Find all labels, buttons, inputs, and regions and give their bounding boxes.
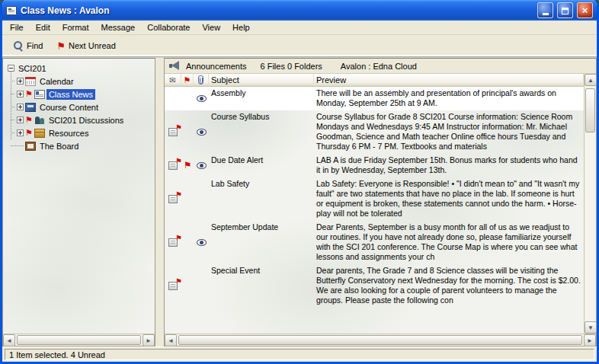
column-header-preview[interactable]: Preview (314, 74, 584, 86)
next-unread-flag-icon: ⚑ (56, 41, 66, 51)
tree-connector (11, 133, 15, 133)
minimize-button[interactable] (537, 2, 553, 18)
main-area: SCI201 Calendar ⚑ Class News (2, 57, 597, 346)
title-bar[interactable]: Class News : Avalon × (2, 0, 597, 21)
message-icon-cell (165, 222, 181, 262)
message-icon-cell (165, 88, 181, 108)
tree-item-label[interactable]: The Board (37, 141, 81, 152)
tree-item-label[interactable]: SCI201 Discussions (46, 115, 126, 126)
message-viewed-cell (194, 222, 209, 262)
column-header-subject[interactable]: Subject (209, 74, 314, 86)
scroll-left-button[interactable]: ◄ (3, 334, 15, 346)
conference-owner: Avalon : Edna Cloud (341, 62, 417, 71)
menu-item-edit[interactable]: Edit (30, 21, 56, 34)
menu-item-message[interactable]: Message (95, 21, 142, 34)
expand-icon[interactable] (17, 91, 24, 97)
expand-icon[interactable] (17, 129, 24, 136)
tree-item-class-news[interactable]: ⚑ Class News (5, 88, 153, 101)
message-icon (168, 238, 178, 247)
next-unread-button[interactable]: ⚑ Next Unread (52, 39, 120, 53)
list-horizontal-scrollbar[interactable]: ◄ ► (165, 334, 596, 346)
message-subject: Special Event (209, 266, 314, 276)
message-preview: LAB A is due Friday September 15th. Bonu… (314, 155, 584, 175)
message-icon-cell (165, 112, 181, 152)
find-button[interactable]: Find (8, 38, 47, 53)
message-row-course-syllabus[interactable]: Course Syllabus Course Syllabus for Grad… (165, 110, 584, 154)
news-icon (34, 90, 45, 99)
tree-item-label[interactable]: Resources (46, 128, 91, 139)
tree-item-the-board[interactable]: The Board (5, 139, 153, 152)
scrollbar-thumb[interactable] (585, 88, 595, 133)
menu-item-format[interactable]: Format (56, 21, 95, 34)
discussions-icon (34, 116, 45, 125)
menu-bar: File Edit Format Message Collaborate Vie… (2, 21, 597, 35)
message-preview: Dear parents, The Grade 7 and 8 Science … (314, 266, 584, 305)
scrollbar-thumb[interactable] (17, 335, 141, 345)
message-icon-cell (165, 179, 181, 219)
tree-item-label[interactable]: Calendar (37, 76, 76, 87)
scroll-right-button[interactable]: ► (143, 334, 155, 346)
expand-icon[interactable] (17, 104, 24, 110)
scroll-left-button[interactable]: ◄ (165, 334, 177, 346)
search-icon (13, 40, 24, 51)
close-button[interactable]: × (577, 2, 593, 18)
maximize-button[interactable] (557, 2, 573, 18)
message-preview: There will be an assembly and presentati… (314, 88, 584, 108)
scroll-down-button[interactable]: ▼ (585, 321, 597, 334)
tree-horizontal-scrollbar[interactable]: ◄ ► (3, 334, 155, 346)
scrollbar-thumb[interactable] (178, 335, 582, 345)
message-icon-cell (165, 155, 181, 175)
message-subject: Due Date Alert (209, 155, 314, 165)
column-header-flag[interactable]: ⚑ (181, 74, 194, 86)
message-row-due-date-alert[interactable]: ⚑ Due Date Alert LAB A is due Friday Sep… (165, 154, 584, 177)
collapse-icon[interactable] (8, 65, 14, 72)
message-rows: Assembly There will be an assembly and p… (165, 87, 584, 334)
app-icon (6, 6, 17, 15)
menu-item-collaborate[interactable]: Collaborate (141, 21, 196, 34)
message-row-lab-safety[interactable]: Lab Safety Lab Safety: Everyone is Respo… (165, 177, 584, 221)
message-row-special-event[interactable]: Special Event Dear parents, The Grade 7 … (165, 264, 584, 308)
scroll-up-button[interactable]: ▲ (585, 74, 597, 86)
board-icon (25, 142, 36, 151)
message-row-september-update[interactable]: September Update Dear Parents, September… (165, 221, 584, 264)
menu-item-file[interactable]: File (4, 21, 30, 34)
scroll-right-button[interactable]: ► (584, 334, 596, 346)
scrollbar-track[interactable] (15, 334, 143, 346)
message-flag-cell (181, 266, 194, 305)
menu-item-help[interactable]: Help (226, 21, 256, 34)
message-subject: Lab Safety (209, 179, 314, 189)
tree-item-sci201[interactable]: SCI201 (5, 62, 153, 75)
message-icon (168, 195, 178, 203)
tree-item-calendar[interactable]: Calendar (5, 75, 153, 88)
message-viewed-cell (194, 266, 209, 305)
message-preview: Lab Safety: Everyone is Responsible! • "… (314, 179, 584, 219)
pane-splitter[interactable] (155, 58, 164, 346)
tree-item-label[interactable]: Course Content (37, 102, 101, 113)
message-viewed-cell (194, 179, 209, 219)
tree-root-label[interactable]: SCI201 (16, 63, 49, 74)
tree-item-resources[interactable]: ⚑ Resources (5, 126, 153, 139)
expand-icon[interactable] (17, 117, 24, 123)
eye-icon (197, 239, 207, 246)
column-header-attachment[interactable] (194, 74, 209, 86)
expand-icon[interactable] (17, 78, 24, 85)
tree-item-course-content[interactable]: Course Content (5, 101, 153, 113)
message-row-assembly[interactable]: Assembly There will be an assembly and p… (165, 87, 584, 110)
tree-connector (11, 107, 15, 107)
column-header-item-icon[interactable]: ✉ (165, 74, 181, 86)
scrollbar-track[interactable] (585, 86, 596, 321)
menu-item-view[interactable]: View (196, 21, 226, 34)
message-viewed-cell (194, 155, 209, 175)
column-header-row: ✉ ⚑ Subject Preview (165, 74, 584, 87)
tree-item-label[interactable]: Class News (46, 89, 95, 100)
tree-item-sci201-discussions[interactable]: ⚑ SCI201 Discussions (5, 113, 153, 126)
eye-icon (197, 129, 207, 136)
message-flag-cell (181, 222, 194, 262)
announcements-icon (169, 61, 181, 71)
scrollbar-track[interactable] (177, 334, 584, 346)
unread-flag-icon: ⚑ (25, 90, 33, 98)
unread-flag-icon: ⚑ (25, 116, 33, 124)
window-title: Class News : Avalon (21, 5, 533, 16)
tree-connector (11, 81, 15, 81)
vertical-scrollbar[interactable]: ▲ ▼ (584, 74, 596, 334)
